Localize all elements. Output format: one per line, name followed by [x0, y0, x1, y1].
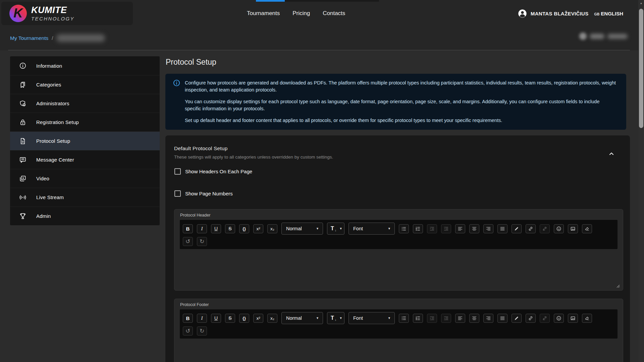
- unordered-list-button[interactable]: [399, 224, 409, 233]
- italic-button[interactable]: I: [197, 314, 207, 323]
- ordered-list-button[interactable]: [413, 314, 423, 323]
- bold-button[interactable]: B: [183, 224, 193, 233]
- subscript-button[interactable]: x₂: [267, 224, 277, 233]
- emoji-button[interactable]: [554, 314, 564, 323]
- user-name[interactable]: MANTAS BLAŽEVIČIUS: [531, 11, 589, 16]
- scrollbar-up-arrow[interactable]: ▲: [638, 2, 644, 5]
- align-left-button[interactable]: [455, 224, 465, 233]
- image-button[interactable]: [568, 224, 578, 233]
- unlink-button[interactable]: [540, 224, 550, 233]
- strikethrough-button[interactable]: S: [225, 314, 235, 323]
- language-selector[interactable]: GB ENGLISH: [594, 11, 623, 16]
- sidebar-item-protocol-setup[interactable]: Protocol Setup: [10, 131, 160, 150]
- checkbox-box[interactable]: [174, 190, 181, 197]
- editor-content-area[interactable]: [174, 339, 623, 362]
- paragraph-style-select[interactable]: Normal▼: [281, 223, 323, 235]
- align-right-button[interactable]: [483, 224, 493, 233]
- section-title: Default Protocol Setup: [174, 145, 618, 152]
- sidebar-item-registration-setup[interactable]: Registration Setup: [10, 113, 160, 131]
- superscript-button[interactable]: x²: [253, 314, 263, 323]
- main-nav: Tournaments Pricing Contacts: [247, 0, 345, 27]
- align-right-button[interactable]: [483, 314, 493, 323]
- resize-handle[interactable]: [616, 284, 620, 288]
- text-size-select[interactable]: T↓▼: [327, 223, 344, 235]
- caret-down-icon: ▼: [311, 227, 319, 230]
- indent-button[interactable]: [427, 224, 437, 233]
- nav-pricing[interactable]: Pricing: [292, 10, 310, 17]
- link-button[interactable]: [526, 224, 536, 233]
- info-paragraph: You can customize display settings for e…: [185, 98, 616, 113]
- font-family-select[interactable]: Font▼: [348, 312, 395, 324]
- ordered-list-button[interactable]: [413, 224, 423, 233]
- paragraph-style-value: Normal: [286, 315, 302, 321]
- subscript-button[interactable]: x₂: [267, 314, 277, 323]
- link-button[interactable]: [526, 314, 536, 323]
- font-family-select[interactable]: Font▼: [348, 223, 395, 235]
- undo-button[interactable]: ↺: [183, 326, 193, 336]
- bold-button[interactable]: B: [183, 314, 193, 323]
- redo-button[interactable]: ↻: [197, 326, 207, 336]
- align-justify-button[interactable]: [497, 314, 507, 323]
- editor-content-area[interactable]: [174, 249, 623, 290]
- nav-contacts[interactable]: Contacts: [323, 10, 345, 17]
- sidebar-item-video[interactable]: Video: [10, 169, 160, 188]
- message-icon: [19, 156, 27, 164]
- breadcrumb-bar: My Tournaments /: [0, 27, 638, 50]
- collapse-section-button[interactable]: [607, 149, 616, 158]
- align-justify-button[interactable]: [497, 224, 507, 233]
- checkbox-label: Show Headers On Each Page: [185, 169, 252, 174]
- sidebar-item-information[interactable]: Information: [10, 56, 160, 75]
- image-button[interactable]: [568, 314, 578, 323]
- sidebar-item-message-center[interactable]: Message Center: [10, 150, 160, 169]
- scrollbar-thumb[interactable]: [639, 9, 643, 128]
- clear-formatting-button[interactable]: [582, 224, 592, 233]
- text-size-select[interactable]: T↓▼: [327, 312, 344, 324]
- protocol-header-editor: Protocol Header BIUS{}x²x₂Normal▼T↓▼Font…: [174, 209, 623, 291]
- sidebar-item-categories[interactable]: Categories: [10, 75, 160, 94]
- align-center-button[interactable]: [469, 314, 479, 323]
- editor-label: Protocol Footer: [174, 299, 623, 307]
- outdent-button[interactable]: [441, 224, 451, 233]
- checkbox-show-headers-on-each-page[interactable]: Show Headers On Each Page: [174, 168, 252, 175]
- italic-button[interactable]: I: [197, 224, 207, 233]
- highlight-pen-button[interactable]: [512, 314, 522, 323]
- nav-tournaments[interactable]: Tournaments: [247, 10, 280, 17]
- header-blurred-widget: [579, 33, 628, 40]
- page-title: Protocol Setup: [166, 58, 216, 67]
- checkbox-box[interactable]: [174, 168, 181, 175]
- code-block-button[interactable]: {}: [239, 314, 249, 323]
- sidebar-item-live-stream[interactable]: Live Stream: [10, 188, 160, 206]
- unordered-list-button[interactable]: [399, 314, 409, 323]
- emoji-button[interactable]: [554, 224, 564, 233]
- sidebar-item-administrators[interactable]: Administrators: [10, 94, 160, 113]
- breadcrumb-separator: /: [52, 35, 53, 41]
- breadcrumb-current-tournament-blurred[interactable]: [56, 34, 105, 42]
- undo-button[interactable]: ↺: [183, 237, 193, 246]
- underline-button[interactable]: U: [211, 224, 221, 233]
- page-scrollbar[interactable]: ▲: [638, 0, 644, 362]
- sidebar-item-admin[interactable]: Admin: [10, 206, 160, 225]
- user-avatar-icon[interactable]: [518, 9, 527, 18]
- indent-button[interactable]: [427, 314, 437, 323]
- align-center-button[interactable]: [469, 224, 479, 233]
- unlink-button[interactable]: [540, 314, 550, 323]
- redo-button[interactable]: ↻: [197, 237, 207, 246]
- sidebar-item-label: Information: [36, 63, 62, 69]
- highlight-pen-button[interactable]: [512, 224, 522, 233]
- paragraph-style-select[interactable]: Normal▼: [281, 312, 323, 324]
- caret-down-icon: ▼: [382, 316, 391, 320]
- sidebar-item-label: Message Center: [36, 157, 74, 163]
- video-icon: [19, 175, 27, 183]
- outdent-button[interactable]: [441, 314, 451, 323]
- breadcrumb-my-tournaments[interactable]: My Tournaments: [10, 35, 48, 41]
- underline-button[interactable]: U: [211, 314, 221, 323]
- clear-formatting-button[interactable]: [582, 314, 592, 323]
- align-left-button[interactable]: [455, 314, 465, 323]
- toolbar-row-1: BIUS{}x²x₂Normal▼T↓▼Font▼: [183, 223, 614, 235]
- strikethrough-button[interactable]: S: [225, 224, 235, 233]
- font-select-value: Font: [353, 315, 363, 321]
- brand-logo[interactable]: K KUMITE TECHNOLOGY: [1, 2, 133, 25]
- superscript-button[interactable]: x²: [253, 224, 263, 233]
- code-block-button[interactable]: {}: [239, 224, 249, 233]
- checkbox-show-page-numbers[interactable]: Show Page Numbers: [174, 190, 233, 197]
